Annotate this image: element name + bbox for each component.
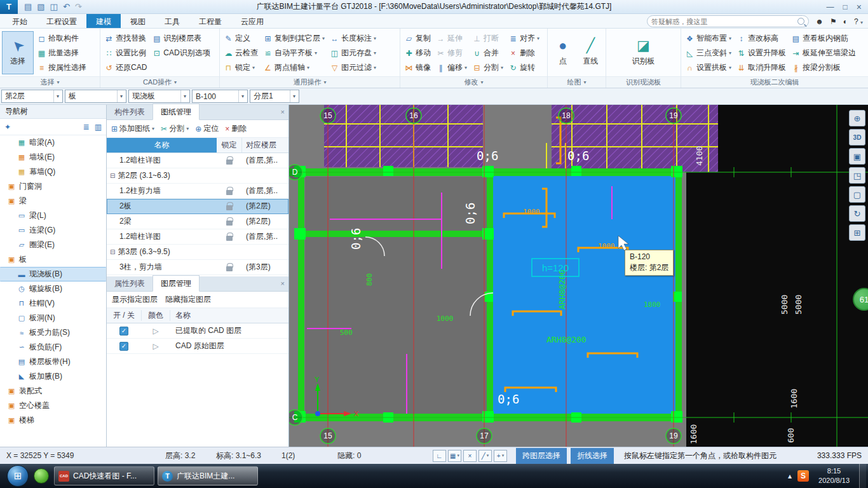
table-row[interactable]: 1.2暗柱详图 (首层,第.. bbox=[107, 153, 288, 168]
orbit-view-button[interactable]: ↻ bbox=[849, 205, 865, 222]
rotate-button[interactable]: ↻旋转 bbox=[506, 60, 541, 75]
view-3d-button[interactable]: 3D bbox=[849, 129, 865, 146]
three-point-slope-button[interactable]: ◺三点变斜▾ bbox=[683, 46, 733, 60]
lock-icon[interactable] bbox=[226, 159, 233, 165]
maximize-button[interactable]: □ bbox=[843, 3, 848, 11]
cancel-raise-lower-slab-button[interactable]: ⇊取消升降板 bbox=[735, 60, 788, 75]
nav-item-beam-l[interactable]: ▭梁(L) bbox=[0, 208, 106, 223]
lock-icon[interactable] bbox=[226, 266, 233, 271]
view-cube-button[interactable]: ▣ bbox=[849, 148, 865, 165]
tab-view[interactable]: 视图 bbox=[121, 14, 155, 28]
help-button[interactable]: ? ▾ bbox=[854, 17, 863, 26]
show-desktop-button[interactable] bbox=[859, 464, 866, 488]
length-dimension-button[interactable]: ↔长度标注▾ bbox=[328, 31, 378, 46]
set-raise-lower-slab-button[interactable]: ⇅设置升降板 bbox=[735, 46, 788, 60]
element-filter-button[interactable]: ▽图元过滤▾ bbox=[328, 60, 378, 75]
column-header-name[interactable]: 名称 bbox=[107, 138, 217, 152]
edit-elevation-button[interactable]: ↕查改标高 bbox=[735, 31, 788, 46]
app-logo[interactable]: T bbox=[0, 0, 18, 14]
tab-start[interactable]: 开始 bbox=[3, 14, 37, 28]
taskbar-item-cad-viewer[interactable]: CAD CAD快速看图 - F... bbox=[54, 466, 154, 485]
ime-icon[interactable]: S bbox=[797, 470, 809, 482]
lock-button[interactable]: ⊓锁定▾ bbox=[222, 60, 260, 75]
group-label-slab-edit[interactable]: 现浇板二次编辑 bbox=[681, 76, 868, 88]
lock-icon[interactable] bbox=[226, 236, 233, 241]
open-file-icon[interactable]: ▧ bbox=[37, 2, 44, 11]
slope-toggle[interactable]: ╱▾ bbox=[478, 450, 492, 462]
trim-button[interactable]: ✂修剪 bbox=[434, 46, 469, 60]
nav-item-curtain-wall[interactable]: ▦幕墙(Q) bbox=[0, 165, 106, 179]
theme-icon[interactable]: ◐ bbox=[843, 17, 848, 26]
color-expand-icon[interactable]: ▷ bbox=[141, 342, 170, 351]
drawing-canvas[interactable]: 800 500 1000 1800 1000 1000 ARH8@200 ARH… bbox=[289, 105, 868, 447]
table-row[interactable]: 1.2柱剪力墙 (首层,第.. bbox=[107, 184, 288, 199]
nav-item-hollow-floor[interactable]: ▣空心楼盖 bbox=[0, 398, 106, 413]
draw-line-button[interactable]: ╱ 直线 bbox=[578, 31, 604, 74]
save-icon[interactable]: ◫ bbox=[50, 2, 58, 11]
nav-item-spiral-slab[interactable]: ◷螺旋板(B) bbox=[0, 281, 106, 296]
layer-checkbox[interactable]: ✓ bbox=[119, 327, 128, 336]
group-label-cad[interactable]: CAD操作▾ bbox=[100, 76, 219, 88]
define-button[interactable]: ✎定义 bbox=[222, 31, 260, 46]
color-expand-icon[interactable]: ▷ bbox=[141, 327, 170, 336]
batch-select-button[interactable]: ▦批量选择 bbox=[35, 46, 88, 60]
tab-property-list[interactable]: 属性列表 bbox=[107, 276, 153, 291]
nav-item-column-cap[interactable]: ⊓柱帽(V) bbox=[0, 296, 106, 311]
cad-recognize-options-button[interactable]: ⊡CAD识别选项 bbox=[150, 46, 212, 60]
layer-checkbox[interactable]: ✓ bbox=[119, 342, 128, 351]
draw-point-button[interactable]: ● 点 bbox=[550, 31, 576, 74]
cloud-check-button[interactable]: ☁云检查 bbox=[222, 46, 260, 60]
group-label-modify[interactable]: 修改▾ bbox=[400, 76, 547, 88]
column-header-color[interactable]: 颜色 bbox=[141, 310, 170, 321]
find-replace-button[interactable]: ⇄查找替换 bbox=[102, 31, 149, 46]
nav-item-coupling-beam[interactable]: ▭连梁(G) bbox=[0, 223, 106, 238]
table-row[interactable]: 2梁 (第2层) bbox=[107, 214, 288, 229]
tab-tools[interactable]: 工具 bbox=[155, 14, 189, 28]
close-icon[interactable]: × bbox=[281, 108, 285, 116]
column-header-floor[interactable]: 对应楼层 bbox=[242, 138, 288, 152]
keypad-tool-button[interactable]: ⊞ bbox=[849, 224, 865, 241]
nav-item-prefab[interactable]: ▣装配式 bbox=[0, 384, 106, 398]
view-front-button[interactable]: ▢ bbox=[849, 186, 865, 203]
undo-icon[interactable]: ↶ bbox=[63, 2, 70, 11]
lock-icon[interactable] bbox=[226, 190, 233, 195]
tab-cloud-apps[interactable]: 云应用 bbox=[231, 14, 273, 28]
nav-item-stairs[interactable]: ▣楼梯 bbox=[0, 413, 106, 428]
redo-icon[interactable]: ↷ bbox=[75, 2, 82, 11]
align-button[interactable]: ≣对齐▾ bbox=[506, 31, 541, 46]
merge-button[interactable]: ∪合并 bbox=[470, 46, 505, 60]
tab-project-settings[interactable]: 工程设置 bbox=[37, 14, 86, 28]
column-header-layer-name[interactable]: 名称 bbox=[170, 310, 288, 321]
group-label-select[interactable]: 选择▾ bbox=[0, 76, 100, 88]
nav-item-slab-hole[interactable]: ▢板洞(N) bbox=[0, 311, 106, 325]
plus-toggle[interactable]: +▾ bbox=[494, 450, 507, 462]
split-slab-by-beam-button[interactable]: ∦按梁分割板 bbox=[789, 60, 858, 75]
element-name-select[interactable]: B-100▾ bbox=[192, 90, 248, 103]
copy-to-other-floor-button[interactable]: ⊞复制到其它层▾ bbox=[261, 31, 327, 46]
split-sheet-button[interactable]: ✂分割▾ bbox=[161, 123, 189, 134]
nav-item-ring-beam[interactable]: ▱圈梁(E) bbox=[0, 238, 106, 252]
break-button[interactable]: ⊥打断 bbox=[470, 31, 505, 46]
tray-expand-icon[interactable]: ▴ bbox=[788, 471, 792, 480]
copy-button[interactable]: ▱复制 bbox=[402, 31, 433, 46]
collapse-icon[interactable]: ⊟ bbox=[110, 172, 115, 179]
offset-button[interactable]: ∥偏移▾ bbox=[434, 60, 469, 75]
split-button[interactable]: ⊟分割▾ bbox=[470, 60, 505, 75]
delete-sheet-button[interactable]: ×删除 bbox=[225, 123, 247, 134]
nav-item-wall-pier[interactable]: ▦墙垛(E) bbox=[0, 150, 106, 165]
view-top-button[interactable]: ◳ bbox=[849, 167, 865, 184]
browser-quicklaunch[interactable] bbox=[32, 466, 51, 485]
tab-modeling[interactable]: 建模 bbox=[86, 14, 121, 28]
column-header-lock[interactable]: 锁定 bbox=[217, 138, 242, 152]
group-label-common[interactable]: 通用操作▾ bbox=[220, 76, 400, 88]
user-icon[interactable]: ☻ bbox=[815, 17, 824, 26]
mirror-button[interactable]: ⋈镜像 bbox=[402, 60, 433, 75]
nav-item-dark-beam[interactable]: ▦暗梁(A) bbox=[0, 135, 106, 150]
column-header-onoff[interactable]: 开 / 关 bbox=[107, 310, 141, 321]
tab-component-list[interactable]: 构件列表 bbox=[107, 104, 153, 119]
table-row-group[interactable]: ⊟第2层 (3.1~6.3) bbox=[107, 168, 288, 184]
nav-item-floor-slab-strip[interactable]: ▤楼层板带(H) bbox=[0, 355, 106, 369]
start-button[interactable]: ⊞ bbox=[7, 465, 29, 487]
add-sheet-button[interactable]: ⊞添加图纸▾ bbox=[111, 123, 154, 134]
nav-item-slab-negative-rebar[interactable]: ∽板负筋(F) bbox=[0, 340, 106, 355]
